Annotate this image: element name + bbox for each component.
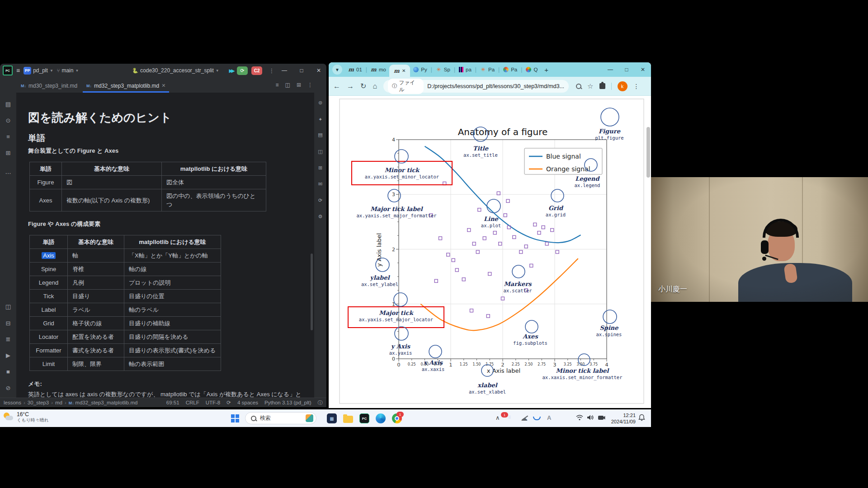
breadcrumb-segment[interactable]: lessons <box>4 400 21 405</box>
line-separator[interactable]: CRLF <box>186 400 199 405</box>
breadcrumb-segment[interactable]: md <box>55 400 62 405</box>
file-explorer-button[interactable] <box>343 413 354 424</box>
close-button[interactable]: ✕ <box>635 62 651 77</box>
markdown-file-icon: M↓ <box>69 401 75 405</box>
browser-tab[interactable]: mmo <box>368 64 389 75</box>
rerun-coverage-button[interactable]: ⟳ <box>237 66 248 75</box>
edge-button[interactable] <box>375 413 386 424</box>
services-icon[interactable]: ⊞ <box>0 150 16 156</box>
todo-icon[interactable]: ◫ <box>0 303 16 310</box>
annotation-major-tick: Major tick <box>379 310 414 316</box>
pycharm-window: PC ≡ PP pd_plt ▼ ⑂ main ▼ 🐍 code30_220_a… <box>0 64 326 407</box>
gradle-icon[interactable]: ◫ <box>314 149 326 155</box>
terminal-icon[interactable]: ■ <box>0 368 16 375</box>
pycharm-taskbar-button[interactable]: PC <box>359 413 370 424</box>
browser-tab[interactable]: Q <box>523 64 541 75</box>
structure-icon[interactable]: ≡ <box>0 133 16 140</box>
more-actions-icon[interactable]: ⋮ <box>269 67 274 74</box>
site-info-chip[interactable]: ⓘ ファイル <box>388 79 424 94</box>
editor-scrollbar[interactable] <box>311 253 313 330</box>
tray-expand-icon[interactable]: ∧ <box>495 414 500 421</box>
structure-bottom-icon[interactable]: ≣ <box>0 336 16 343</box>
tab-search-icon[interactable]: ▼ <box>332 65 342 75</box>
weather-widget[interactable]: 16°C くもり時々晴れ <box>4 411 49 423</box>
split-view-icon[interactable]: ◫ <box>285 82 290 88</box>
settings-icon[interactable]: ⚙ <box>314 214 326 220</box>
browser-tab[interactable]: ✳Sp <box>433 64 453 75</box>
tab-title: 01 <box>356 67 362 72</box>
close-tab-icon[interactable]: ✕ <box>161 83 165 89</box>
close-tab-icon[interactable]: ✕ <box>402 68 406 73</box>
commit-icon[interactable]: ⊙ <box>0 117 16 124</box>
zoom-indicator-icon[interactable] <box>576 84 581 89</box>
home-icon[interactable]: ⌂ <box>373 82 377 90</box>
reload-icon[interactable]: ↻ <box>360 82 366 90</box>
database-icon[interactable]: ▤ <box>314 132 326 138</box>
git-branch-icon: ⑂ <box>57 68 60 73</box>
wifi-icon[interactable] <box>576 414 583 422</box>
editor-tab[interactable]: M↓md32_step3_matplotlib.md✕ <box>82 79 170 93</box>
breadcrumb-segment[interactable]: 30_step3 <box>28 400 49 405</box>
browser-tab[interactable]: m01 <box>345 64 365 75</box>
back-icon[interactable]: ← <box>333 82 340 90</box>
project-widget[interactable]: PP pd_plt ▼ <box>24 67 53 75</box>
more-tools-icon[interactable]: ⋯ <box>0 170 16 177</box>
coverage-icon[interactable]: ⊞ <box>314 165 326 171</box>
browser-tab[interactable]: pa <box>456 64 475 75</box>
date: 2024/11/09 <box>611 418 636 425</box>
ai-assistant-icon[interactable]: ✦ <box>314 117 326 122</box>
new-tab-icon[interactable]: + <box>544 66 548 74</box>
run-button[interactable]: ▶▶ <box>229 68 233 73</box>
notifications-icon[interactable]: ⊚ <box>314 100 326 106</box>
volume-icon[interactable] <box>587 414 594 422</box>
tab-options-icon[interactable]: ⋮ <box>307 82 313 88</box>
browser-tab[interactable]: ✳Pa <box>477 64 498 75</box>
browser-tab[interactable]: m✕ <box>389 65 410 77</box>
indent-style[interactable]: 4 spaces <box>237 400 258 405</box>
branch-widget[interactable]: ⑂ main ▼ <box>57 67 79 74</box>
coverage-button[interactable]: C2 <box>251 66 262 75</box>
taskbar-clock[interactable]: 12:21 2024/11/09 <box>611 412 636 425</box>
annotation-code-xlabel: ax.set_xlabel <box>469 389 506 395</box>
address-bar[interactable]: ⓘ ファイル D:/projects/lessons/pd_plt/lesson… <box>383 80 569 93</box>
maximize-button[interactable]: □ <box>618 62 635 77</box>
close-button[interactable]: ✕ <box>311 64 326 77</box>
file-encoding[interactable]: UTF-8 <box>206 400 221 405</box>
python-packages-icon[interactable]: ⊟ <box>0 320 16 327</box>
run-config-widget[interactable]: 🐍 code30_220_accesor_str_split ▼ <box>132 67 219 74</box>
chrome-button[interactable]: 1 <box>392 413 402 424</box>
minimize-button[interactable]: — <box>277 64 292 77</box>
project-folder-icon[interactable]: ▤ <box>0 101 16 108</box>
bookmark-star-icon[interactable]: ☆ <box>587 82 593 90</box>
editor-only-icon[interactable]: ≡ <box>276 82 279 88</box>
breadcrumb-segment[interactable]: M↓ md32_step3_matplotlib.md <box>69 400 138 405</box>
page-scrollbar[interactable] <box>646 127 650 178</box>
start-button[interactable] <box>230 413 241 424</box>
run-icon[interactable]: ▶ <box>0 352 16 359</box>
minimize-button[interactable]: — <box>602 62 618 77</box>
main-menu-icon[interactable]: ≡ <box>16 67 20 74</box>
browser-tab[interactable]: Py <box>410 64 430 75</box>
maximize-button[interactable]: □ <box>294 64 309 77</box>
forward-icon[interactable]: → <box>347 82 354 90</box>
python-interpreter[interactable]: Python 3.13 (pd_plt) <box>264 400 311 405</box>
settings-sync-icon[interactable]: ⟳ <box>314 197 326 203</box>
caret-position[interactable]: 69:51 <box>166 400 179 405</box>
preview-only-icon[interactable]: ⊞ <box>297 82 301 88</box>
ime-indicator[interactable]: A <box>547 414 551 421</box>
onedrive-paused-icon[interactable]: ☁ <box>521 414 528 422</box>
editor-tab[interactable]: M↓md30_step3_init.md <box>16 79 82 93</box>
taskbar-app-dark[interactable]: ▦ <box>326 413 337 424</box>
annotation-line: Line <box>484 216 499 222</box>
notification-bell-icon[interactable] <box>638 414 645 422</box>
profile-avatar[interactable]: k <box>618 81 627 91</box>
extensions-icon[interactable] <box>599 83 605 89</box>
info-icon[interactable]: ⓘ <box>318 399 323 406</box>
documentation-icon[interactable]: ✉ <box>314 181 326 187</box>
taskbar-search[interactable]: 検索 <box>245 412 316 424</box>
browser-menu-icon[interactable]: ⋮ <box>633 83 640 90</box>
annotation-minor-tick: Minor tick <box>385 167 420 174</box>
browser-tab[interactable]: Pa <box>500 64 520 75</box>
camera-sync-icon[interactable] <box>598 414 605 422</box>
problems-icon[interactable]: ⊘ <box>0 385 16 391</box>
